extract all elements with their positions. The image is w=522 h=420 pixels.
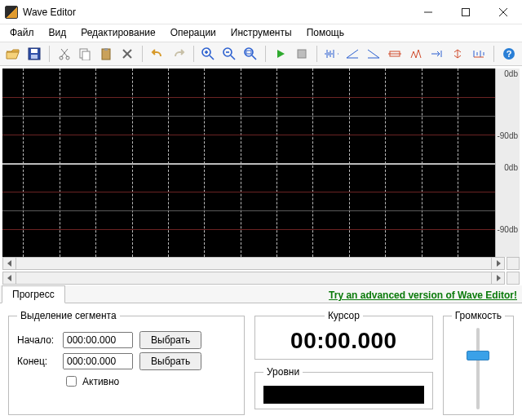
open-icon[interactable] [3, 44, 23, 64]
svg-line-20 [231, 55, 235, 60]
tab-row: Прогресс Try an advanced version of Wave… [0, 285, 522, 303]
segment-end-select-button[interactable]: Выбрать [139, 352, 201, 370]
fx-fadein-icon[interactable] [343, 44, 362, 64]
svg-text:?: ? [507, 49, 512, 59]
fx-amplify-icon[interactable] [406, 44, 426, 64]
svg-rect-12 [104, 48, 108, 51]
promo-link[interactable]: Try an advanced version of Wave Editor! [329, 290, 517, 303]
menubar: Файл Вид Редактирование Операции Инструм… [0, 24, 522, 42]
delete-icon[interactable] [117, 44, 137, 64]
segment-end-label: Конец: [17, 356, 56, 367]
menu-file[interactable]: Файл [3, 26, 41, 39]
fx-invert-icon[interactable] [448, 44, 467, 64]
svg-rect-24 [246, 51, 251, 54]
zoom-in-icon[interactable] [199, 44, 219, 64]
scroll-left-icon[interactable] [3, 258, 16, 269]
toolbar: ? [0, 42, 522, 67]
minimize-button[interactable] [409, 0, 447, 24]
segment-active-label: Активно [82, 376, 119, 387]
save-icon[interactable] [24, 44, 44, 64]
fx-normalize-icon[interactable] [322, 44, 342, 64]
scroll-right-icon[interactable] [491, 258, 504, 269]
cut-icon[interactable] [55, 44, 74, 64]
toolbar-sep [49, 46, 50, 62]
svg-line-23 [252, 55, 256, 60]
zoom-selection-icon[interactable] [241, 44, 260, 64]
svg-line-16 [210, 55, 214, 60]
ruler-label: -90db [497, 131, 518, 140]
zoom-out-icon[interactable] [219, 44, 239, 64]
segment-active-input[interactable] [66, 376, 77, 387]
close-button[interactable] [484, 0, 522, 24]
menu-tools[interactable]: Инструменты [224, 26, 299, 39]
waveform-area: 0db -90db 0db -90db [0, 66, 522, 257]
svg-rect-25 [298, 50, 306, 58]
scroll-left-icon[interactable] [3, 272, 16, 284]
volume-legend: Громкость [452, 310, 505, 321]
segment-start-input[interactable] [63, 332, 133, 348]
levels-meter [263, 386, 424, 404]
segment-start-select-button[interactable]: Выбрать [139, 331, 201, 349]
toolbar-sep [265, 46, 266, 62]
svg-rect-1 [462, 8, 470, 15]
levels-legend: Уровни [263, 366, 303, 378]
segment-group: Выделение сегмента Начало: Выбрать Конец… [8, 310, 245, 415]
bottom-panel: Выделение сегмента Начало: Выбрать Конец… [0, 303, 522, 420]
toolbar-sep [193, 46, 194, 62]
svg-rect-5 [31, 49, 38, 53]
tab-progress[interactable]: Прогресс [2, 285, 65, 303]
fx-resample-icon[interactable] [469, 44, 489, 64]
scroll-right-icon[interactable] [491, 272, 504, 284]
menu-edit[interactable]: Редактирование [74, 26, 161, 39]
play-icon[interactable] [271, 44, 290, 64]
titlebar: Wave Editor [0, 0, 522, 24]
stop-icon[interactable] [292, 44, 312, 64]
cursor-legend: Курсор [325, 310, 363, 321]
segment-start-label: Начало: [17, 334, 56, 346]
cursor-group: Курсор 00:00.000 [254, 310, 433, 360]
volume-group: Громкость [443, 310, 514, 415]
redo-icon[interactable] [169, 44, 188, 64]
ruler-label: 0db [504, 163, 518, 172]
h-scrollbar-top[interactable] [2, 257, 505, 270]
toolbar-sep [493, 46, 494, 62]
toolbar-sep [142, 46, 143, 62]
levels-group: Уровни [254, 366, 433, 409]
fx-fadeout-icon[interactable] [364, 44, 383, 64]
segment-end-input[interactable] [63, 353, 133, 369]
paste-icon[interactable] [96, 44, 116, 64]
scroll-corner [507, 272, 520, 285]
h-scrollbar-bottom[interactable] [2, 272, 505, 285]
scroll-corner [507, 257, 520, 270]
toolbar-sep [316, 46, 317, 62]
ruler-label: 0db [504, 69, 518, 78]
svg-rect-6 [31, 55, 38, 59]
waveform-canvas[interactable]: 0db -90db 0db -90db [2, 69, 520, 257]
volume-slider[interactable] [452, 328, 505, 409]
maximize-button[interactable] [447, 0, 484, 24]
ruler-label: -90db [497, 225, 518, 234]
app-icon [5, 6, 18, 19]
help-icon[interactable]: ? [499, 44, 519, 64]
undo-icon[interactable] [148, 44, 167, 64]
cursor-time: 00:00.000 [263, 328, 424, 354]
menu-help[interactable]: Помощь [300, 26, 351, 39]
menu-view[interactable]: Вид [42, 26, 73, 39]
fx-silence-icon[interactable] [385, 44, 405, 64]
menu-ops[interactable]: Операции [164, 26, 223, 39]
window-title: Wave Editor [23, 7, 76, 18]
segment-active-checkbox[interactable]: Активно [63, 374, 236, 389]
db-ruler: 0db -90db 0db -90db [495, 69, 520, 257]
svg-rect-10 [82, 51, 90, 60]
copy-icon[interactable] [75, 44, 95, 64]
segment-legend: Выделение сегмента [17, 310, 120, 321]
volume-thumb[interactable] [467, 351, 489, 360]
fx-reverse-icon[interactable] [427, 44, 447, 64]
